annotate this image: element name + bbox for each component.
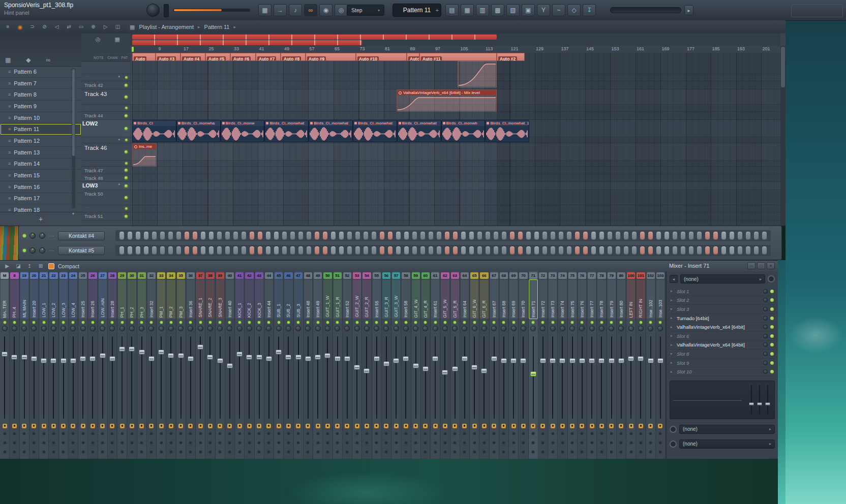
strip-knob[interactable] xyxy=(62,441,65,445)
track-row[interactable]: Track 44 xyxy=(81,112,130,120)
pattern-item[interactable]: ≡Pattern 13 xyxy=(0,147,81,159)
fader-handle[interactable] xyxy=(471,365,477,370)
strip-knob[interactable] xyxy=(453,432,457,435)
volume-fader[interactable] xyxy=(539,335,547,420)
fader-handle[interactable] xyxy=(501,358,507,363)
fader-handle[interactable] xyxy=(129,346,135,352)
strip-knob[interactable] xyxy=(522,450,525,454)
mixer-strip[interactable]: 45SUB_1 xyxy=(274,271,284,459)
strip-led[interactable] xyxy=(659,321,661,324)
mixer-strip[interactable]: 22LOW_2 xyxy=(49,271,58,459)
step-cell[interactable] xyxy=(420,246,425,255)
strip-knob[interactable] xyxy=(629,450,633,454)
strip-pan-knob[interactable] xyxy=(217,326,223,331)
strip-led[interactable] xyxy=(160,321,163,324)
pattern-item[interactable]: ≡Pattern 16 xyxy=(0,181,81,193)
strip-knob[interactable] xyxy=(531,441,535,445)
strip-led[interactable] xyxy=(600,321,603,324)
strip-pan-knob[interactable] xyxy=(628,326,634,331)
track-led[interactable] xyxy=(125,84,128,87)
strip-knob[interactable] xyxy=(512,432,516,435)
mixer-split-icon[interactable]: ⊠ xyxy=(37,263,45,269)
step-cell[interactable] xyxy=(656,246,661,255)
mixer-upload-icon[interactable]: ↥ xyxy=(25,263,34,269)
strip-knob[interactable] xyxy=(179,450,183,454)
step-cell[interactable] xyxy=(429,246,433,255)
strip-pan-knob[interactable] xyxy=(560,326,565,331)
strip-led[interactable] xyxy=(238,321,241,324)
strip-knob[interactable] xyxy=(306,432,310,435)
strip-led[interactable] xyxy=(454,321,456,324)
fader-handle[interactable] xyxy=(276,350,282,355)
strip-led[interactable] xyxy=(140,321,143,324)
magnet-icon[interactable]: ⊃ xyxy=(27,22,37,32)
strip-knob[interactable] xyxy=(570,432,574,435)
fader-handle[interactable] xyxy=(403,356,409,361)
volume-fader[interactable] xyxy=(118,335,126,420)
volume-fader[interactable] xyxy=(432,335,439,420)
volume-fader[interactable] xyxy=(520,335,527,420)
mixer-strip[interactable]: 79Insert 79 xyxy=(607,271,617,459)
strip-knob[interactable] xyxy=(140,441,143,445)
step-cell[interactable] xyxy=(518,246,523,255)
strip-led[interactable] xyxy=(532,321,534,324)
mixer-strip[interactable]: 41KICK_1 xyxy=(235,271,245,459)
strip-knob[interactable] xyxy=(345,432,349,435)
strip-pan-knob[interactable] xyxy=(501,326,506,331)
step-cell[interactable] xyxy=(307,232,311,240)
mixer-strip[interactable]: 43KICK_3 xyxy=(255,271,264,459)
mixer-strip[interactable]: 65GIT_6_W xyxy=(470,271,479,459)
audio-clip[interactable]: Birds_Ci..monwhat xyxy=(309,120,353,142)
automation-clip[interactable]: Auto #6 xyxy=(230,53,256,61)
volume-fader[interactable] xyxy=(70,335,77,420)
record-icon[interactable]: ◉ xyxy=(15,22,25,32)
fader-handle[interactable] xyxy=(31,356,37,361)
step-cell[interactable] xyxy=(290,232,295,240)
tempo-slider[interactable] xyxy=(610,7,681,13)
step-cell[interactable] xyxy=(258,232,262,240)
mixer-strip[interactable]: 68Insert 68 xyxy=(499,271,509,459)
scrollbar-thumb[interactable] xyxy=(781,47,785,87)
strip-pan-knob[interactable] xyxy=(31,326,37,331)
strip-knob[interactable] xyxy=(306,441,310,445)
fader-handle[interactable] xyxy=(579,358,585,363)
step-cell[interactable] xyxy=(396,232,401,240)
strip-knob[interactable] xyxy=(610,441,613,445)
mixer-strip[interactable]: 77Insert 77 xyxy=(587,271,597,459)
strip-knob[interactable] xyxy=(482,441,486,445)
strip-knob[interactable] xyxy=(248,441,251,445)
step-cell[interactable] xyxy=(518,232,523,240)
metronome-icon[interactable]: ♪ xyxy=(289,4,302,16)
strip-knob[interactable] xyxy=(482,450,486,454)
talk-icon[interactable]: ◎ xyxy=(335,4,348,16)
strip-led[interactable] xyxy=(278,321,280,324)
strip-led[interactable] xyxy=(512,321,515,324)
strip-knob[interactable] xyxy=(336,450,339,454)
insert-slot[interactable]: ▸Slot 2 xyxy=(670,296,775,305)
step-cell[interactable] xyxy=(233,246,238,255)
strip-knob[interactable] xyxy=(316,450,320,454)
mixer-strip[interactable]: 103Inse..103 xyxy=(656,271,666,459)
strip-knob[interactable] xyxy=(610,432,613,435)
strip-knob[interactable] xyxy=(649,441,652,445)
strip-knob[interactable] xyxy=(326,432,329,435)
mixer-strip[interactable]: 74Insert 74 xyxy=(558,271,567,459)
send-select-2[interactable]: (none) ▸ xyxy=(679,439,775,449)
step-cell[interactable] xyxy=(168,232,173,240)
step-cell[interactable] xyxy=(640,232,645,240)
strip-led[interactable] xyxy=(502,321,505,324)
strip-knob[interactable] xyxy=(482,432,486,435)
strip-knob[interactable] xyxy=(541,450,545,454)
track-row[interactable]: ⋯▴ xyxy=(81,74,130,81)
fader-handle[interactable] xyxy=(50,358,56,363)
step-cell[interactable] xyxy=(168,246,173,255)
slot-arrow-icon[interactable]: ▸ xyxy=(671,352,674,356)
mixer-strip[interactable]: 19ML MAIN xyxy=(20,271,29,459)
insert-slot[interactable]: ▸Slot 10 xyxy=(670,367,775,376)
step-cell[interactable] xyxy=(193,232,197,240)
slot-arrow-icon[interactable]: ▸ xyxy=(671,307,674,311)
volume-fader[interactable] xyxy=(637,335,644,420)
step-cell[interactable] xyxy=(559,232,563,240)
step-cell[interactable] xyxy=(128,246,132,255)
strip-led[interactable] xyxy=(610,321,613,324)
